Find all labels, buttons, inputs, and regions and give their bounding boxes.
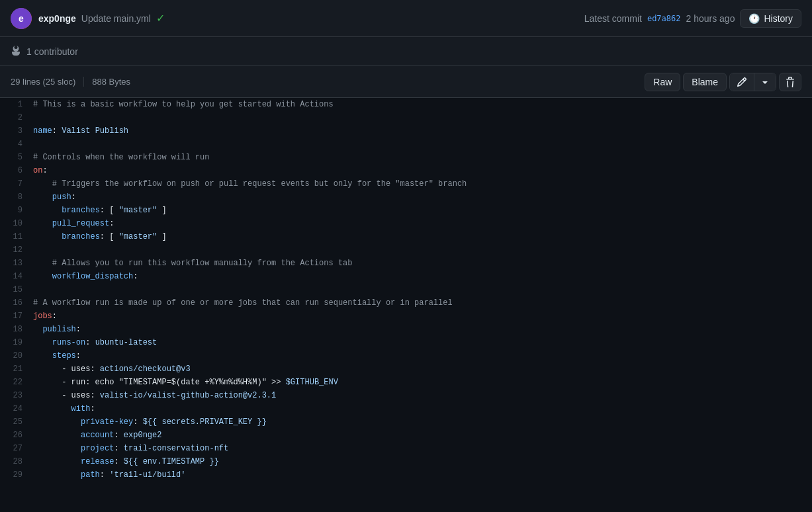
line-number[interactable]: 7	[0, 177, 33, 191]
line-code: private-key: ${{ secrets.PRIVATE_KEY }}	[33, 415, 812, 429]
commit-time: 2 hours ago	[686, 13, 735, 24]
line-number[interactable]: 6	[0, 164, 33, 177]
line-number[interactable]: 16	[0, 296, 33, 310]
line-code: # A workflow run is made up of one or mo…	[33, 296, 812, 310]
line-code: release: ${{ env.TIMESTAMP }}	[33, 455, 812, 468]
file-info-bar: 29 lines (25 sloc) 888 Bytes Raw Blame	[0, 66, 812, 98]
file-size: 888 Bytes	[84, 77, 138, 87]
table-row: 27 project: trail-conservation-nft	[0, 442, 812, 455]
line-number[interactable]: 21	[0, 363, 33, 376]
top-header: e exp0nge Update main.yml ✓ Latest commi…	[0, 0, 812, 37]
line-code: # Allows you to run this workflow manual…	[33, 257, 812, 270]
clock-icon: 🕐	[748, 13, 760, 24]
line-number[interactable]: 18	[0, 323, 33, 336]
line-code: pull_request:	[33, 217, 812, 230]
history-label: History	[764, 13, 793, 24]
line-code: project: trail-conservation-nft	[33, 442, 812, 455]
table-row: 2	[0, 111, 812, 124]
line-number[interactable]: 20	[0, 349, 33, 363]
table-row: 28 release: ${{ env.TIMESTAMP }}	[0, 455, 812, 468]
edit-group	[729, 73, 776, 91]
line-code: name: Valist Publish	[33, 124, 812, 138]
line-code	[33, 138, 812, 151]
line-number[interactable]: 4	[0, 138, 33, 151]
raw-button[interactable]: Raw	[645, 73, 680, 91]
table-row: 22 - run: echo "TIMESTAMP=$(date +%Y%m%d…	[0, 376, 812, 389]
line-number[interactable]: 17	[0, 310, 33, 323]
line-number[interactable]: 22	[0, 376, 33, 389]
table-row: 1# This is a basic workflow to help you …	[0, 98, 812, 111]
table-row: 8 push:	[0, 191, 812, 204]
line-code: - uses: actions/checkout@v3	[33, 363, 812, 376]
line-number[interactable]: 13	[0, 257, 33, 270]
table-row: 16# A workflow run is made up of one or …	[0, 296, 812, 310]
code-container: 1# This is a basic workflow to help you …	[0, 98, 812, 482]
header-right: Latest commit ed7a862 2 hours ago 🕐 Hist…	[584, 9, 801, 28]
table-row: 12	[0, 243, 812, 257]
header-left: e exp0nge Update main.yml ✓	[11, 8, 165, 29]
line-code: on:	[33, 164, 812, 177]
table-row: 20 steps:	[0, 349, 812, 363]
line-number[interactable]: 2	[0, 111, 33, 124]
line-number[interactable]: 26	[0, 429, 33, 442]
line-number[interactable]: 5	[0, 151, 33, 164]
contributor-text: 1 contributor	[26, 46, 78, 57]
line-code: jobs:	[33, 310, 812, 323]
line-code: path: 'trail-ui/build'	[33, 468, 812, 482]
table-row: 25 private-key: ${{ secrets.PRIVATE_KEY …	[0, 415, 812, 429]
file-stats: 29 lines (25 sloc) 888 Bytes	[11, 77, 138, 87]
line-number[interactable]: 19	[0, 336, 33, 349]
repo-info: exp0nge Update main.yml ✓	[38, 12, 165, 24]
table-row: 23 - uses: valist-io/valist-github-actio…	[0, 389, 812, 402]
check-icon: ✓	[156, 12, 165, 24]
table-row: 14 workflow_dispatch:	[0, 270, 812, 283]
table-row: 4	[0, 138, 812, 151]
table-row: 19 runs-on: ubuntu-latest	[0, 336, 812, 349]
line-number[interactable]: 10	[0, 217, 33, 230]
table-row: 15	[0, 283, 812, 296]
commit-message: Update main.yml	[81, 13, 151, 24]
line-code: branches: [ "master" ]	[33, 230, 812, 243]
line-number[interactable]: 1	[0, 98, 33, 111]
line-number[interactable]: 23	[0, 389, 33, 402]
delete-button[interactable]	[779, 73, 801, 91]
line-number[interactable]: 3	[0, 124, 33, 138]
history-button[interactable]: 🕐 History	[740, 9, 801, 28]
line-code	[33, 283, 812, 296]
line-number[interactable]: 14	[0, 270, 33, 283]
line-number[interactable]: 15	[0, 283, 33, 296]
line-code	[33, 243, 812, 257]
line-code: account: exp0nge2	[33, 429, 812, 442]
contributor-bar: 1 contributor	[0, 37, 812, 66]
line-number[interactable]: 24	[0, 402, 33, 415]
line-number[interactable]: 29	[0, 468, 33, 482]
line-code: branches: [ "master" ]	[33, 204, 812, 217]
line-code	[33, 111, 812, 124]
line-code: with:	[33, 402, 812, 415]
line-code: publish:	[33, 323, 812, 336]
line-number[interactable]: 8	[0, 191, 33, 204]
line-count: 29 lines (25 sloc)	[11, 77, 84, 87]
table-row: 11 branches: [ "master" ]	[0, 230, 812, 243]
table-row: 24 with:	[0, 402, 812, 415]
edit-button[interactable]	[730, 73, 754, 91]
line-number[interactable]: 25	[0, 415, 33, 429]
table-row: 13 # Allows you to run this workflow man…	[0, 257, 812, 270]
line-number[interactable]: 28	[0, 455, 33, 468]
blame-button[interactable]: Blame	[683, 73, 727, 91]
line-number[interactable]: 27	[0, 442, 33, 455]
table-row: 26 account: exp0nge2	[0, 429, 812, 442]
line-code: # Triggers the workflow on push or pull …	[33, 177, 812, 191]
username[interactable]: exp0nge	[38, 13, 76, 24]
latest-commit-label: Latest commit	[584, 13, 642, 24]
svg-text:e: e	[19, 13, 24, 24]
line-number[interactable]: 12	[0, 243, 33, 257]
contributor-icon	[11, 45, 21, 58]
line-code: - uses: valist-io/valist-github-action@v…	[33, 389, 812, 402]
line-code: workflow_dispatch:	[33, 270, 812, 283]
commit-hash[interactable]: ed7a862	[647, 14, 681, 23]
line-number[interactable]: 11	[0, 230, 33, 243]
edit-dropdown-button[interactable]	[754, 73, 776, 91]
line-code: # Controls when the workflow will run	[33, 151, 812, 164]
line-number[interactable]: 9	[0, 204, 33, 217]
